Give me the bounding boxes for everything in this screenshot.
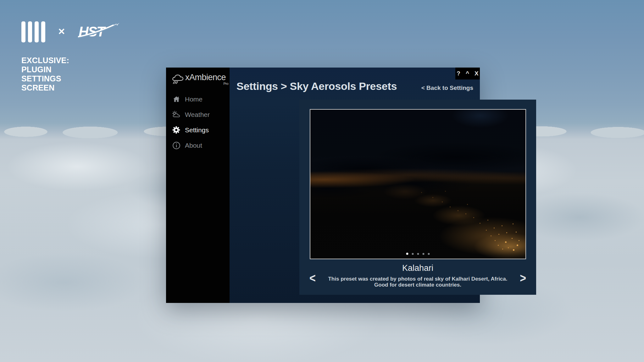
app-name: xAmbiencePro <box>185 73 226 82</box>
preset-description-line: This preset was created by photos of rea… <box>299 276 536 282</box>
preset-description-line: Good for desert climate countries. <box>299 282 536 288</box>
window-controls: ? ^ X <box>455 68 480 80</box>
back-to-settings-link[interactable]: < Back to Settings <box>421 85 473 91</box>
preset-preview-image <box>310 109 526 259</box>
presets-carousel-panel: < Kalahari This preset was created by ph… <box>299 100 536 295</box>
sidebar-item-label: About <box>185 142 202 149</box>
sidebar-item-label: Settings <box>185 126 209 134</box>
cross-icon: ✕ <box>58 26 65 37</box>
home-icon <box>172 95 180 103</box>
logo-bar <box>28 21 32 42</box>
sidebar-nav: Home Weather <box>166 91 230 153</box>
help-button[interactable]: ? <box>457 70 460 77</box>
logo-bar <box>41 21 45 42</box>
carousel-dot[interactable] <box>422 253 424 255</box>
preset-name: Kalahari <box>299 263 536 273</box>
logo-bar <box>21 21 25 42</box>
settings-main: ? ^ X Settings > Sky Aerosols Presets < … <box>230 68 480 303</box>
carousel-dot[interactable] <box>417 253 419 255</box>
carousel-dot[interactable] <box>428 253 430 255</box>
sidebar-item-label: Weather <box>185 111 210 118</box>
carousel-dot[interactable] <box>412 253 414 255</box>
next-preset-button[interactable]: > <box>520 272 526 284</box>
hst-logo: HST <box>78 22 121 41</box>
plugin-window: xAmbiencePro Home <box>166 68 480 303</box>
close-button[interactable]: X <box>475 70 479 77</box>
gear-icon <box>172 126 180 134</box>
header-row: Settings > Sky Aerosols Presets < Back t… <box>236 80 473 92</box>
carousel-dot[interactable] <box>406 253 408 255</box>
tagline: EXCLUSIVE: PLUGIN SETTINGS SCREEN <box>21 56 69 92</box>
plane-icon <box>116 23 119 26</box>
bars-logo <box>21 21 45 42</box>
previous-preset-button[interactable]: < <box>309 272 316 284</box>
sidebar-item-settings[interactable]: Settings <box>166 122 230 138</box>
sidebar-item-label: Home <box>185 96 203 103</box>
page-title: Settings > Sky Aerosols Presets <box>236 80 397 92</box>
cloud-rain-icon <box>172 74 184 85</box>
info-icon <box>172 141 180 150</box>
sidebar-item-home[interactable]: Home <box>166 91 230 107</box>
sidebar-item-weather[interactable]: Weather <box>166 107 230 122</box>
sidebar-item-about[interactable]: About <box>166 138 230 153</box>
logo-bar <box>35 21 39 42</box>
weather-icon <box>172 110 180 119</box>
preset-description: This preset was created by photos of rea… <box>299 276 536 288</box>
app-name-text: xAmbience <box>185 73 226 82</box>
carousel-dots <box>406 253 430 255</box>
preset-caption: Kalahari This preset was created by phot… <box>299 259 536 288</box>
app-tier: Pro <box>223 82 228 85</box>
app-logo: xAmbiencePro <box>172 73 226 85</box>
caption-row: < Kalahari This preset was created by ph… <box>299 259 536 295</box>
minimize-button[interactable]: ^ <box>466 70 469 77</box>
sidebar: xAmbiencePro Home <box>166 68 230 303</box>
